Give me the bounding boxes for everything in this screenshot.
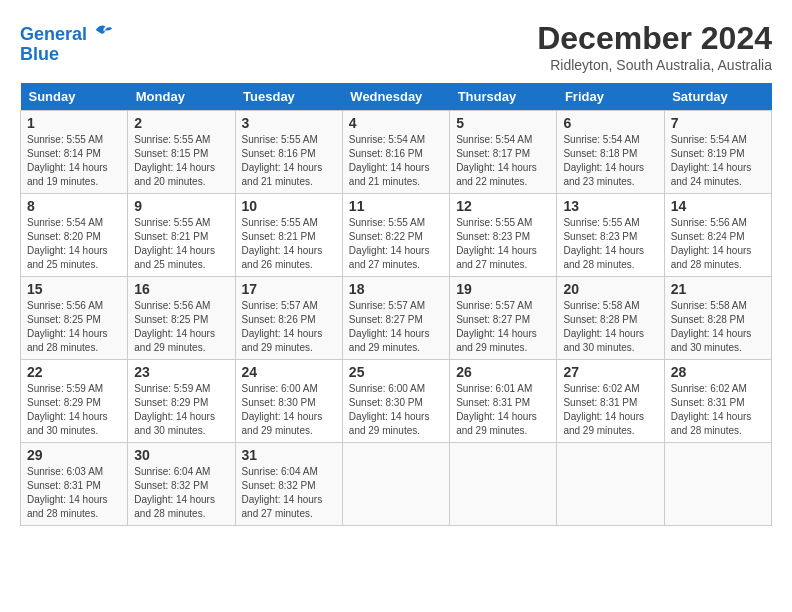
calendar-cell [557, 443, 664, 526]
calendar-week-row: 1Sunrise: 5:55 AMSunset: 8:14 PMDaylight… [21, 111, 772, 194]
day-detail: Sunrise: 5:54 AMSunset: 8:17 PMDaylight:… [456, 133, 550, 189]
calendar-cell: 5Sunrise: 5:54 AMSunset: 8:17 PMDaylight… [450, 111, 557, 194]
calendar-cell: 13Sunrise: 5:55 AMSunset: 8:23 PMDayligh… [557, 194, 664, 277]
day-detail: Sunrise: 5:58 AMSunset: 8:28 PMDaylight:… [671, 299, 765, 355]
logo: General Blue [20, 20, 114, 65]
day-detail: Sunrise: 5:55 AMSunset: 8:21 PMDaylight:… [134, 216, 228, 272]
calendar-cell [450, 443, 557, 526]
day-detail: Sunrise: 5:58 AMSunset: 8:28 PMDaylight:… [563, 299, 657, 355]
calendar-cell: 19Sunrise: 5:57 AMSunset: 8:27 PMDayligh… [450, 277, 557, 360]
month-title: December 2024 [537, 20, 772, 57]
calendar-cell: 9Sunrise: 5:55 AMSunset: 8:21 PMDaylight… [128, 194, 235, 277]
day-number: 14 [671, 198, 765, 214]
day-detail: Sunrise: 5:55 AMSunset: 8:22 PMDaylight:… [349, 216, 443, 272]
weekday-header-sunday: Sunday [21, 83, 128, 111]
day-detail: Sunrise: 6:02 AMSunset: 8:31 PMDaylight:… [671, 382, 765, 438]
logo-text-general: General [20, 24, 87, 44]
calendar-cell: 1Sunrise: 5:55 AMSunset: 8:14 PMDaylight… [21, 111, 128, 194]
calendar-body: 1Sunrise: 5:55 AMSunset: 8:14 PMDaylight… [21, 111, 772, 526]
calendar-cell [664, 443, 771, 526]
day-detail: Sunrise: 5:56 AMSunset: 8:24 PMDaylight:… [671, 216, 765, 272]
day-detail: Sunrise: 5:55 AMSunset: 8:23 PMDaylight:… [456, 216, 550, 272]
day-detail: Sunrise: 6:00 AMSunset: 8:30 PMDaylight:… [242, 382, 336, 438]
calendar-cell: 20Sunrise: 5:58 AMSunset: 8:28 PMDayligh… [557, 277, 664, 360]
day-number: 8 [27, 198, 121, 214]
calendar-table: SundayMondayTuesdayWednesdayThursdayFrid… [20, 83, 772, 526]
day-detail: Sunrise: 5:57 AMSunset: 8:26 PMDaylight:… [242, 299, 336, 355]
calendar-cell: 17Sunrise: 5:57 AMSunset: 8:26 PMDayligh… [235, 277, 342, 360]
day-number: 22 [27, 364, 121, 380]
day-detail: Sunrise: 5:59 AMSunset: 8:29 PMDaylight:… [134, 382, 228, 438]
day-detail: Sunrise: 5:56 AMSunset: 8:25 PMDaylight:… [27, 299, 121, 355]
day-number: 26 [456, 364, 550, 380]
calendar-cell: 31Sunrise: 6:04 AMSunset: 8:32 PMDayligh… [235, 443, 342, 526]
calendar-cell: 2Sunrise: 5:55 AMSunset: 8:15 PMDaylight… [128, 111, 235, 194]
day-number: 18 [349, 281, 443, 297]
weekday-header-saturday: Saturday [664, 83, 771, 111]
day-number: 2 [134, 115, 228, 131]
calendar-cell: 7Sunrise: 5:54 AMSunset: 8:19 PMDaylight… [664, 111, 771, 194]
page-header: General Blue December 2024 Ridleyton, So… [20, 20, 772, 73]
day-detail: Sunrise: 6:01 AMSunset: 8:31 PMDaylight:… [456, 382, 550, 438]
calendar-cell: 6Sunrise: 5:54 AMSunset: 8:18 PMDaylight… [557, 111, 664, 194]
day-detail: Sunrise: 5:54 AMSunset: 8:16 PMDaylight:… [349, 133, 443, 189]
calendar-cell: 23Sunrise: 5:59 AMSunset: 8:29 PMDayligh… [128, 360, 235, 443]
day-number: 10 [242, 198, 336, 214]
calendar-cell: 14Sunrise: 5:56 AMSunset: 8:24 PMDayligh… [664, 194, 771, 277]
calendar-week-row: 15Sunrise: 5:56 AMSunset: 8:25 PMDayligh… [21, 277, 772, 360]
title-area: December 2024 Ridleyton, South Australia… [537, 20, 772, 73]
day-detail: Sunrise: 5:54 AMSunset: 8:18 PMDaylight:… [563, 133, 657, 189]
day-detail: Sunrise: 5:59 AMSunset: 8:29 PMDaylight:… [27, 382, 121, 438]
calendar-cell: 12Sunrise: 5:55 AMSunset: 8:23 PMDayligh… [450, 194, 557, 277]
day-number: 3 [242, 115, 336, 131]
location-subtitle: Ridleyton, South Australia, Australia [537, 57, 772, 73]
day-number: 31 [242, 447, 336, 463]
day-detail: Sunrise: 5:55 AMSunset: 8:21 PMDaylight:… [242, 216, 336, 272]
calendar-cell: 27Sunrise: 6:02 AMSunset: 8:31 PMDayligh… [557, 360, 664, 443]
day-detail: Sunrise: 5:56 AMSunset: 8:25 PMDaylight:… [134, 299, 228, 355]
calendar-cell: 28Sunrise: 6:02 AMSunset: 8:31 PMDayligh… [664, 360, 771, 443]
calendar-cell: 4Sunrise: 5:54 AMSunset: 8:16 PMDaylight… [342, 111, 449, 194]
calendar-cell: 18Sunrise: 5:57 AMSunset: 8:27 PMDayligh… [342, 277, 449, 360]
weekday-header-thursday: Thursday [450, 83, 557, 111]
day-detail: Sunrise: 5:55 AMSunset: 8:14 PMDaylight:… [27, 133, 121, 189]
day-number: 19 [456, 281, 550, 297]
day-number: 20 [563, 281, 657, 297]
day-detail: Sunrise: 5:57 AMSunset: 8:27 PMDaylight:… [349, 299, 443, 355]
day-detail: Sunrise: 5:55 AMSunset: 8:15 PMDaylight:… [134, 133, 228, 189]
weekday-header-tuesday: Tuesday [235, 83, 342, 111]
day-number: 17 [242, 281, 336, 297]
calendar-cell: 26Sunrise: 6:01 AMSunset: 8:31 PMDayligh… [450, 360, 557, 443]
day-detail: Sunrise: 6:04 AMSunset: 8:32 PMDaylight:… [242, 465, 336, 521]
calendar-cell: 8Sunrise: 5:54 AMSunset: 8:20 PMDaylight… [21, 194, 128, 277]
day-number: 16 [134, 281, 228, 297]
calendar-cell: 25Sunrise: 6:00 AMSunset: 8:30 PMDayligh… [342, 360, 449, 443]
weekday-header-friday: Friday [557, 83, 664, 111]
day-number: 6 [563, 115, 657, 131]
calendar-cell: 10Sunrise: 5:55 AMSunset: 8:21 PMDayligh… [235, 194, 342, 277]
calendar-cell: 16Sunrise: 5:56 AMSunset: 8:25 PMDayligh… [128, 277, 235, 360]
day-number: 27 [563, 364, 657, 380]
day-number: 7 [671, 115, 765, 131]
logo-bird-icon [94, 20, 114, 40]
day-number: 28 [671, 364, 765, 380]
day-detail: Sunrise: 5:57 AMSunset: 8:27 PMDaylight:… [456, 299, 550, 355]
day-number: 23 [134, 364, 228, 380]
day-detail: Sunrise: 6:02 AMSunset: 8:31 PMDaylight:… [563, 382, 657, 438]
calendar-week-row: 29Sunrise: 6:03 AMSunset: 8:31 PMDayligh… [21, 443, 772, 526]
day-number: 11 [349, 198, 443, 214]
day-detail: Sunrise: 5:54 AMSunset: 8:19 PMDaylight:… [671, 133, 765, 189]
day-detail: Sunrise: 6:03 AMSunset: 8:31 PMDaylight:… [27, 465, 121, 521]
day-number: 9 [134, 198, 228, 214]
day-number: 4 [349, 115, 443, 131]
calendar-week-row: 22Sunrise: 5:59 AMSunset: 8:29 PMDayligh… [21, 360, 772, 443]
day-number: 25 [349, 364, 443, 380]
day-detail: Sunrise: 6:04 AMSunset: 8:32 PMDaylight:… [134, 465, 228, 521]
weekday-header-row: SundayMondayTuesdayWednesdayThursdayFrid… [21, 83, 772, 111]
day-detail: Sunrise: 5:54 AMSunset: 8:20 PMDaylight:… [27, 216, 121, 272]
weekday-header-monday: Monday [128, 83, 235, 111]
calendar-cell [342, 443, 449, 526]
calendar-cell: 15Sunrise: 5:56 AMSunset: 8:25 PMDayligh… [21, 277, 128, 360]
calendar-cell: 22Sunrise: 5:59 AMSunset: 8:29 PMDayligh… [21, 360, 128, 443]
day-number: 1 [27, 115, 121, 131]
